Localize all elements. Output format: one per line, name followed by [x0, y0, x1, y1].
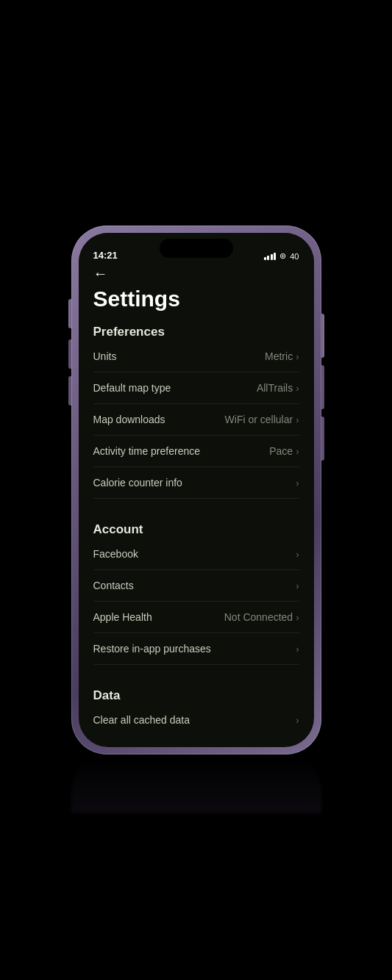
item-value-map-downloads: WiFi or cellular›	[225, 414, 299, 425]
settings-item-clear-cached-data[interactable]: Clear all cached data›	[93, 705, 299, 735]
chevron-icon-apple-health: ›	[296, 612, 299, 623]
item-value-activity-time-preference: Pace›	[269, 445, 299, 457]
status-bar: 14:21 ⊛ 40	[79, 233, 314, 265]
chevron-icon-default-map-type: ›	[296, 383, 299, 394]
status-time: 14:21	[93, 250, 118, 261]
status-icons: ⊛ 40	[264, 251, 299, 261]
battery-icon: 40	[290, 252, 299, 261]
item-value-text-apple-health: Not Connected	[224, 611, 293, 623]
settings-item-apple-health[interactable]: Apple HealthNot Connected›	[93, 602, 299, 633]
item-label-apple-health: Apple Health	[93, 611, 152, 623]
item-label-calorie-counter-info: Calorie counter info	[93, 477, 182, 489]
item-value-text-units: Metric	[265, 350, 293, 362]
signal-icon	[264, 253, 277, 260]
chevron-icon-calorie-counter-info: ›	[296, 478, 299, 489]
settings-item-restore-purchases[interactable]: Restore in-app purchases›	[93, 633, 299, 665]
back-button[interactable]: ←	[93, 265, 299, 282]
back-arrow-icon: ←	[93, 265, 108, 282]
item-value-text-default-map-type: AllTrails	[257, 382, 293, 394]
chevron-icon-contacts: ›	[296, 580, 299, 591]
chevron-icon-map-downloads: ›	[296, 414, 299, 425]
item-value-calorie-counter-info: ›	[296, 478, 299, 489]
item-label-clear-cached-data: Clear all cached data	[93, 714, 190, 726]
dynamic-island	[160, 239, 233, 258]
section-header-data: Data	[93, 688, 299, 703]
section-preferences: PreferencesUnitsMetric›Default map typeA…	[93, 325, 299, 514]
page-title: Settings	[93, 287, 299, 311]
item-value-apple-health: Not Connected›	[224, 611, 299, 623]
settings-item-default-map-type[interactable]: Default map typeAllTrails›	[93, 372, 299, 404]
phone-reflection	[71, 754, 321, 813]
item-label-facebook: Facebook	[93, 548, 138, 560]
item-value-facebook: ›	[296, 549, 299, 560]
chevron-icon-units: ›	[296, 351, 299, 362]
item-value-default-map-type: AllTrails›	[257, 382, 299, 394]
settings-item-facebook[interactable]: Facebook›	[93, 538, 299, 570]
chevron-icon-restore-purchases: ›	[296, 644, 299, 655]
chevron-icon-clear-cached-data: ›	[296, 715, 299, 726]
section-header-account: Account	[93, 522, 299, 537]
phone-screen: 14:21 ⊛ 40 ← Settings P	[79, 233, 314, 747]
settings-item-activity-time-preference[interactable]: Activity time preferencePace›	[93, 436, 299, 467]
item-value-text-map-downloads: WiFi or cellular	[225, 414, 293, 425]
item-value-clear-cached-data: ›	[296, 715, 299, 726]
item-label-units: Units	[93, 350, 117, 362]
item-value-units: Metric›	[265, 350, 299, 362]
settings-item-units[interactable]: UnitsMetric›	[93, 341, 299, 372]
section-account: AccountFacebook›Contacts›Apple HealthNot…	[93, 522, 299, 680]
item-label-default-map-type: Default map type	[93, 382, 171, 394]
phone-frame: 14:21 ⊛ 40 ← Settings P	[71, 226, 321, 754]
item-label-map-downloads: Map downloads	[93, 414, 165, 425]
section-header-preferences: Preferences	[93, 325, 299, 339]
item-label-contacts: Contacts	[93, 580, 134, 591]
item-label-restore-purchases: Restore in-app purchases	[93, 643, 211, 655]
settings-item-map-downloads[interactable]: Map downloadsWiFi or cellular›	[93, 404, 299, 436]
wifi-icon: ⊛	[279, 251, 286, 261]
item-label-activity-time-preference: Activity time preference	[93, 445, 201, 457]
section-data: DataClear all cached data›	[93, 688, 299, 735]
chevron-icon-facebook: ›	[296, 549, 299, 560]
item-value-restore-purchases: ›	[296, 644, 299, 655]
chevron-icon-activity-time-preference: ›	[296, 446, 299, 457]
item-value-contacts: ›	[296, 580, 299, 591]
settings-item-contacts[interactable]: Contacts›	[93, 570, 299, 602]
settings-scroll-view[interactable]: ← Settings PreferencesUnitsMetric›Defaul…	[79, 265, 314, 747]
settings-item-calorie-counter-info[interactable]: Calorie counter info›	[93, 467, 299, 499]
item-value-text-activity-time-preference: Pace	[269, 445, 293, 457]
